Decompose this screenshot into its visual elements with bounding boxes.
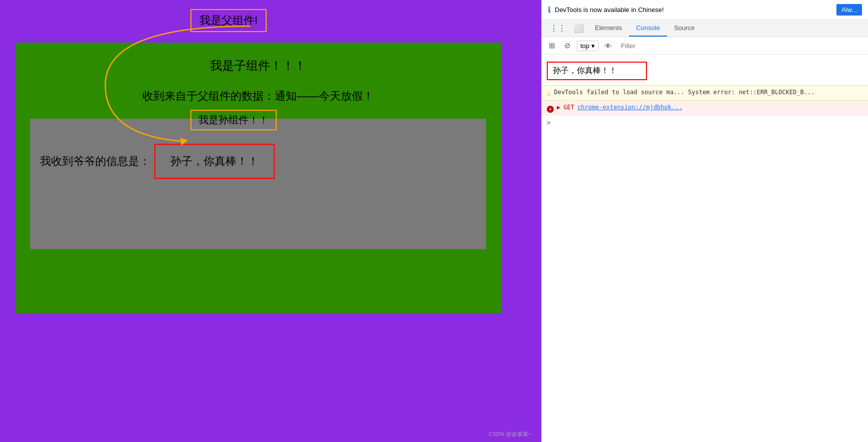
grandson-message-row: 我收到爷爷的信息是： 孙子，你真棒！！ <box>40 144 476 179</box>
filter-input[interactable] <box>618 41 864 51</box>
grandson-message-value: 孙子，你真棒！！ <box>154 144 275 179</box>
dropdown-arrow-icon: ▾ <box>591 42 595 50</box>
csdn-watermark: CSDN @@索索~ <box>489 430 531 438</box>
console-warning-entry: ⚠ DevTools failed to load source ma... S… <box>542 85 868 101</box>
browser-content: 我是父组件! 我是子组件！！！ 收到来自于父组件的数据：通知——今天放假！ 我是… <box>0 0 541 442</box>
console-log-entry: 孙子，你真棒！！ <box>547 62 647 80</box>
sidebar-toggle-btn[interactable]: ⊞ <box>546 39 558 52</box>
tab-console[interactable]: Console <box>629 20 667 37</box>
info-icon: ℹ <box>548 5 551 15</box>
tab-sources[interactable]: Source <box>667 20 702 37</box>
devtools-toolbar: ⊞ ⊘ top ▾ 👁 <box>542 37 868 55</box>
grandson-component: 我收到爷爷的信息是： 孙子，你真棒！！ <box>30 119 486 249</box>
warning-icon: ⚠ <box>547 89 551 97</box>
clear-console-btn[interactable]: ⊘ <box>561 39 574 52</box>
child-data-text: 收到来自于父组件的数据：通知——今天放假！ <box>25 89 491 104</box>
devtools-notification-bar: ℹ DevTools is now available in Chinese! … <box>542 0 868 20</box>
devtools-console-output: 孙子，你真棒！！ ⚠ DevTools failed to load sourc… <box>542 55 868 442</box>
father-component-label: 我是父组件! <box>190 9 267 32</box>
console-error-entry: ✕ ▶ GET chrome-extension://mjdbhok... <box>542 101 868 116</box>
context-label: top <box>580 42 589 50</box>
notification-text: DevTools is now available in Chinese! <box>555 6 832 14</box>
eye-icon-btn[interactable]: 👁 <box>601 40 615 52</box>
child-component: 我是子组件！！！ 收到来自于父组件的数据：通知——今天放假！ 我是孙组件！！ 我… <box>15 43 501 313</box>
error-expand-icon[interactable]: ▶ <box>557 104 560 111</box>
error-icon: ✕ <box>547 104 554 113</box>
child-title: 我是子组件！！！ <box>25 58 491 74</box>
error-link[interactable]: chrome-extension://mjdbhok... <box>577 104 683 111</box>
devtools-tabs-row: ⋮⋮ ⬜ Elements Console Source <box>542 20 868 37</box>
tab-elements[interactable]: Elements <box>588 20 629 37</box>
error-text: GET <box>563 104 574 111</box>
responsive-icon-btn[interactable]: ⬜ <box>570 21 588 36</box>
grandson-message-prefix: 我收到爷爷的信息是： <box>40 154 150 169</box>
console-prompt[interactable]: > <box>542 116 868 129</box>
devtools-panel: ℹ DevTools is now available in Chinese! … <box>541 0 868 442</box>
grandson-label-box: 我是孙组件！！ <box>190 110 277 130</box>
context-selector[interactable]: top ▾ <box>577 41 598 51</box>
warning-text: DevTools failed to load source ma... Sys… <box>554 89 814 96</box>
inspector-icon-btn[interactable]: ⋮⋮ <box>546 21 570 36</box>
always-button[interactable]: Alw... <box>836 4 862 16</box>
